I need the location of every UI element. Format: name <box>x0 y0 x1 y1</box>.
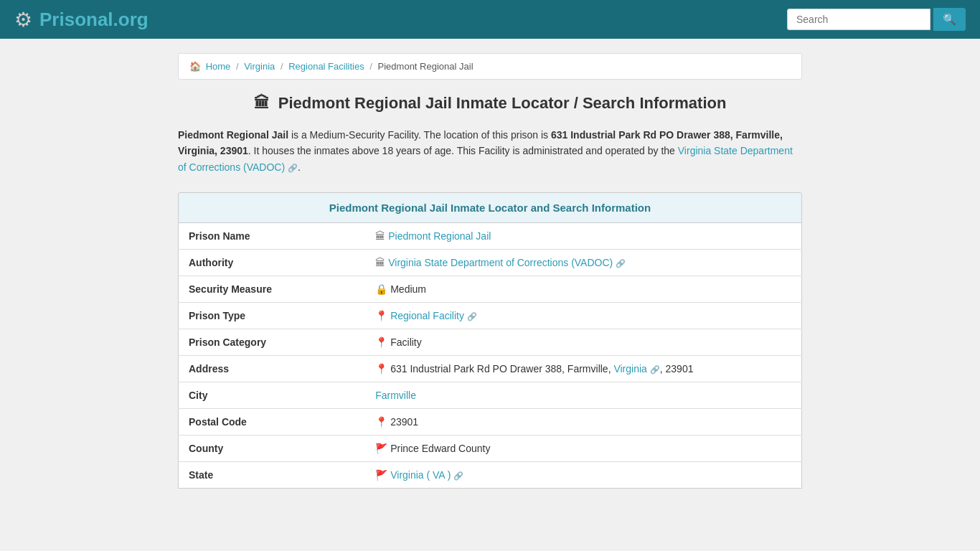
breadcrumb-regional-facilities[interactable]: Regional Facilities <box>288 61 364 72</box>
table-label: Prison Name <box>179 223 366 250</box>
info-table: Prison Name🏛Piedmont Regional JailAuthor… <box>178 223 802 489</box>
prison-name-bold: Piedmont Regional Jail <box>178 129 288 141</box>
table-label: City <box>179 382 366 409</box>
table-value: 🏛Piedmont Regional Jail <box>365 223 801 250</box>
cell-icon: 🚩 <box>375 469 387 481</box>
cell-text: Prince Edward County <box>390 443 490 454</box>
breadcrumb-current: Piedmont Regional Jail <box>378 61 473 72</box>
table-row: Postal Code📍23901 <box>179 409 802 435</box>
table-label: County <box>179 435 366 462</box>
ext-icon: 🔗 <box>453 471 463 480</box>
desc-part3: . <box>298 161 301 173</box>
table-label: Prison Type <box>179 303 366 329</box>
cell-link[interactable]: Farmville <box>375 390 416 401</box>
table-label: Authority <box>179 250 366 276</box>
search-input[interactable] <box>787 9 930 30</box>
table-value: 📍Facility <box>365 329 801 356</box>
table-value: 🔒Medium <box>365 276 801 303</box>
page-title: 🏛 Piedmont Regional Jail Inmate Locator … <box>178 94 802 113</box>
desc-part2: . It houses the inmates above 18 years o… <box>248 145 678 156</box>
table-value: 📍23901 <box>365 409 801 435</box>
table-value: 🚩Virginia ( VA ) 🔗 <box>365 462 801 489</box>
table-label: Postal Code <box>179 409 366 435</box>
cell-text: 23901 <box>390 416 418 428</box>
cell-text: Medium <box>390 283 426 295</box>
table-label: Security Measure <box>179 276 366 303</box>
table-value: 📍Regional Facility 🔗 <box>365 303 801 329</box>
home-icon: 🏠 <box>189 61 201 72</box>
logo-area: ⚙ Prisonal.org <box>14 8 149 32</box>
search-area: 🔍 <box>787 8 966 31</box>
map-icon: 🔗 <box>650 365 660 374</box>
description-text: Piedmont Regional Jail is a Medium-Secur… <box>178 127 802 175</box>
cell-icon: 📍 <box>375 310 387 321</box>
table-row: CityFarmville <box>179 382 802 409</box>
cell-link[interactable]: Virginia ( VA ) <box>390 469 451 481</box>
logo-text: Prisonal.org <box>39 9 149 31</box>
cell-link[interactable]: Regional Facility <box>390 310 464 321</box>
table-row: Prison Type📍Regional Facility 🔗 <box>179 303 802 329</box>
cell-link[interactable]: Virginia State Department of Corrections… <box>388 257 613 268</box>
cell-icon: 📍 <box>375 416 387 428</box>
logo-icon: ⚙ <box>14 8 32 32</box>
search-button[interactable]: 🔍 <box>933 8 966 31</box>
desc-part1: is a Medium-Security Facility. The locat… <box>288 129 551 141</box>
table-value: Farmville <box>365 382 801 409</box>
table-row: County🚩Prince Edward County <box>179 435 802 462</box>
table-label: Prison Category <box>179 329 366 356</box>
logo-prisonal: Prisonal <box>39 9 113 30</box>
table-row: Security Measure🔒Medium <box>179 276 802 303</box>
ext-link-icon: 🔗 <box>288 164 298 172</box>
cell-icon: 🏛 <box>375 230 385 242</box>
table-row: Authority🏛Virginia State Department of C… <box>179 250 802 276</box>
breadcrumb: 🏠 Home / Virginia / Regional Facilities … <box>178 53 802 80</box>
section-header: Piedmont Regional Jail Inmate Locator an… <box>178 192 802 223</box>
breadcrumb-home[interactable]: Home <box>206 61 231 72</box>
logo-dot-org: .org <box>113 9 149 30</box>
table-label: State <box>179 462 366 489</box>
virginia-link[interactable]: Virginia <box>613 363 646 375</box>
search-icon: 🔍 <box>943 13 956 25</box>
cell-link[interactable]: Piedmont Regional Jail <box>388 230 491 242</box>
table-value: 📍631 Industrial Park Rd PO Drawer 388, F… <box>365 356 801 382</box>
breadcrumb-virginia[interactable]: Virginia <box>244 61 275 72</box>
ext-icon: 🔗 <box>467 312 477 321</box>
table-row: Address📍631 Industrial Park Rd PO Drawer… <box>179 356 802 382</box>
table-value: 🏛Virginia State Department of Correction… <box>365 250 801 276</box>
ext-icon: 🔗 <box>616 259 626 268</box>
prison-title-icon: 🏛 <box>254 94 270 112</box>
cell-icon: 📍 <box>375 336 387 348</box>
cell-icon: 🚩 <box>375 443 387 454</box>
table-value: 🚩Prince Edward County <box>365 435 801 462</box>
cell-text: Facility <box>390 336 422 348</box>
table-row: Prison Name🏛Piedmont Regional Jail <box>179 223 802 250</box>
table-label: Address <box>179 356 366 382</box>
main-content: 🏠 Home / Virginia / Regional Facilities … <box>167 39 813 503</box>
cell-icon: 📍 <box>375 363 387 375</box>
cell-icon: 🏛 <box>375 257 385 268</box>
table-row: State🚩Virginia ( VA ) 🔗 <box>179 462 802 489</box>
table-row: Prison Category📍Facility <box>179 329 802 356</box>
site-header: ⚙ Prisonal.org 🔍 <box>0 0 980 39</box>
cell-icon: 🔒 <box>375 283 387 295</box>
